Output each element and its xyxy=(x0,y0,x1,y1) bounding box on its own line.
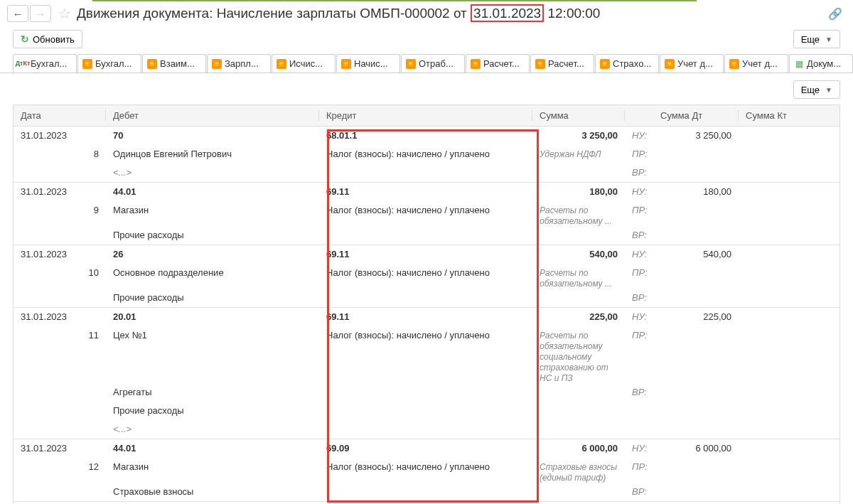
grid-body: 31.01.20237068.01.13 250,00НУ:3 250,008О… xyxy=(14,127,839,504)
highlighted-date: 31.01.2023 xyxy=(471,4,544,22)
data-grid: Дата Дебет Кредит Сумма Сумма Дт Сумма К… xyxy=(13,104,840,504)
page-title: Движения документа: Начисление зарплаты … xyxy=(77,6,600,21)
table-row[interactable]: 31.01.202320.0169.11225,00НУ:225,0011Цех… xyxy=(14,308,839,439)
col-sum[interactable]: Сумма xyxy=(532,110,625,121)
col-credit[interactable]: Кредит xyxy=(319,110,532,121)
more-button-2[interactable]: Еще▼ xyxy=(793,80,840,99)
tabs-bar: ДтКтБухгал...≡Бухгал...≡Взаим...≡Зарпл..… xyxy=(0,54,853,73)
tab-label: Начис... xyxy=(354,58,388,69)
tab-label: Взаим... xyxy=(160,58,195,69)
orange-icon: ≡ xyxy=(729,59,739,69)
tab-label: Докум... xyxy=(807,58,841,69)
tab-label: Бухгал... xyxy=(95,58,132,69)
tab-12[interactable]: ▦Докум... xyxy=(789,54,853,73)
refresh-icon: ↻ xyxy=(21,33,29,45)
tab-label: Расчет... xyxy=(548,58,584,69)
forward-button[interactable]: → xyxy=(30,5,51,22)
link-icon[interactable]: 🔗 xyxy=(828,7,842,21)
orange-icon: ≡ xyxy=(600,59,610,69)
orange-icon: ≡ xyxy=(406,59,416,69)
orange-icon: ≡ xyxy=(471,59,481,69)
orange-icon: ≡ xyxy=(535,59,545,69)
orange-icon: ≡ xyxy=(341,59,351,69)
orange-icon: ≡ xyxy=(277,59,286,69)
tab-8[interactable]: ≡Расчет... xyxy=(530,54,594,73)
col-debit[interactable]: Дебет xyxy=(106,110,319,121)
grid-header: Дата Дебет Кредит Сумма Сумма Дт Сумма К… xyxy=(14,105,839,127)
star-icon[interactable]: ☆ xyxy=(58,5,71,22)
tab-label: Отраб... xyxy=(419,58,454,69)
top-toolbar: ← → ☆ Движения документа: Начисление зар… xyxy=(0,0,853,27)
tab-3[interactable]: ≡Зарпл... xyxy=(207,54,271,73)
orange-icon: ≡ xyxy=(147,59,157,69)
tab-7[interactable]: ≡Расчет... xyxy=(466,54,530,73)
tab-label: Учет д... xyxy=(677,58,713,69)
tab-2[interactable]: ≡Взаим... xyxy=(142,54,206,73)
tab-label: Бухгал... xyxy=(31,58,67,69)
tab-label: Учет д... xyxy=(742,58,778,69)
col-sum-dt[interactable]: Сумма Дт xyxy=(653,110,739,121)
tab-5[interactable]: ≡Начис... xyxy=(336,54,400,73)
refresh-button[interactable]: ↻ Обновить xyxy=(13,30,82,48)
tab-4[interactable]: ≡Исчис... xyxy=(272,54,336,73)
col-date[interactable]: Дата xyxy=(14,110,106,121)
table-row[interactable]: 31.01.20237068.01.13 250,00НУ:3 250,008О… xyxy=(14,127,839,183)
tab-label: Исчис... xyxy=(289,58,323,69)
dtkt-icon: ДтКт xyxy=(18,59,28,69)
orange-icon: ≡ xyxy=(665,59,675,69)
tab-11[interactable]: ≡Учет д... xyxy=(724,54,788,73)
back-button[interactable]: ← xyxy=(7,5,28,22)
tab-content: Еще▼ Дата Дебет Кредит Сумма Сумма Дт Су… xyxy=(0,73,853,504)
orange-icon: ≡ xyxy=(212,59,222,69)
table-row[interactable]: 31.01.20232669.11540,00НУ:540,0010Основн… xyxy=(14,245,839,308)
tab-1[interactable]: ≡Бухгал... xyxy=(77,54,141,73)
tab-10[interactable]: ≡Учет д... xyxy=(660,54,724,73)
tab-6[interactable]: ≡Отраб... xyxy=(401,54,465,73)
table-icon: ▦ xyxy=(794,59,804,69)
sub-toolbar: ↻ Обновить Еще▼ xyxy=(0,27,853,54)
col-sum-kt[interactable]: Сумма Кт xyxy=(739,110,824,121)
table-row[interactable]: 31.01.202344.0169.11180,00НУ:180,009Мага… xyxy=(14,183,839,245)
table-row[interactable]: 31.01.202344.0169.096 000,00НУ:6 000,001… xyxy=(14,439,839,502)
more-button[interactable]: Еще▼ xyxy=(793,30,840,48)
tab-label: Зарпл... xyxy=(225,58,259,69)
orange-icon: ≡ xyxy=(82,59,92,69)
tab-label: Страхо... xyxy=(613,58,651,69)
tab-0[interactable]: ДтКтБухгал... xyxy=(13,54,77,73)
tab-label: Расчет... xyxy=(483,58,520,69)
tab-9[interactable]: ≡Страхо... xyxy=(595,54,659,73)
